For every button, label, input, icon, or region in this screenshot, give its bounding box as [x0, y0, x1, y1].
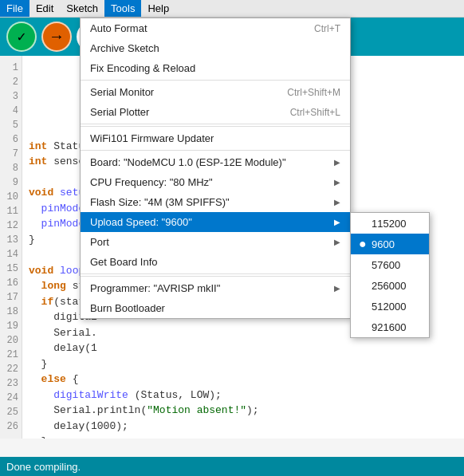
menu-auto-format[interactable]: Auto Format Ctrl+T	[81, 18, 350, 38]
menu-cpu-freq[interactable]: CPU Frequency: "80 MHz" ▶	[81, 172, 350, 192]
line-numbers: 12345 678910 1112131415 1617181920 21222…	[0, 56, 22, 439]
menu-programmer[interactable]: Programmer: "AVRISP mkII" ▶	[81, 276, 350, 298]
upload-button[interactable]: →	[41, 22, 72, 52]
menu-edit[interactable]: Edit	[29, 0, 60, 17]
menu-sketch[interactable]: Sketch	[60, 0, 104, 17]
speed-9600[interactable]: ● 9600	[351, 234, 429, 254]
verify-button[interactable]: ✓	[6, 22, 37, 52]
menu-upload-speed[interactable]: Upload Speed: "9600" ▶	[81, 212, 350, 232]
menu-file[interactable]: File	[0, 0, 29, 17]
menu-archive-sketch[interactable]: Archive Sketch	[81, 38, 350, 58]
speed-115200[interactable]: 115200	[351, 213, 429, 234]
menubar: File Edit Sketch Tools Help	[0, 0, 464, 18]
speed-256000[interactable]: 256000	[351, 275, 429, 296]
menu-fix-encoding[interactable]: Fix Encoding & Reload	[81, 58, 350, 78]
menu-help[interactable]: Help	[141, 0, 175, 17]
status-text: Done compiling.	[6, 461, 81, 473]
tools-menu: Auto Format Ctrl+T Archive Sketch Fix En…	[80, 18, 351, 319]
menu-tools[interactable]: Tools	[104, 0, 141, 17]
menu-port[interactable]: Port ▶	[81, 232, 350, 252]
menu-serial-monitor[interactable]: Serial Monitor Ctrl+Shift+M	[81, 80, 350, 102]
statusbar: Done compiling.	[0, 457, 464, 476]
menu-board[interactable]: Board: "NodeMCU 1.0 (ESP-12E Module)" ▶	[81, 150, 350, 172]
menu-get-board-info[interactable]: Get Board Info	[81, 252, 350, 274]
menu-flash-size[interactable]: Flash Size: "4M (3M SPIFFS)" ▶	[81, 192, 350, 212]
speed-57600[interactable]: 57600	[351, 254, 429, 275]
menu-wifi101[interactable]: WiFi101 Firmware Updater	[81, 126, 350, 148]
speed-512000[interactable]: 512000	[351, 296, 429, 317]
menu-serial-plotter[interactable]: Serial Plotter Ctrl+Shift+L	[81, 102, 350, 124]
upload-speed-submenu: 115200 ● 9600 57600 256000 512000 921600	[350, 212, 430, 338]
speed-921600[interactable]: 921600	[351, 317, 429, 337]
menu-burn-bootloader[interactable]: Burn Bootloader	[81, 298, 350, 318]
